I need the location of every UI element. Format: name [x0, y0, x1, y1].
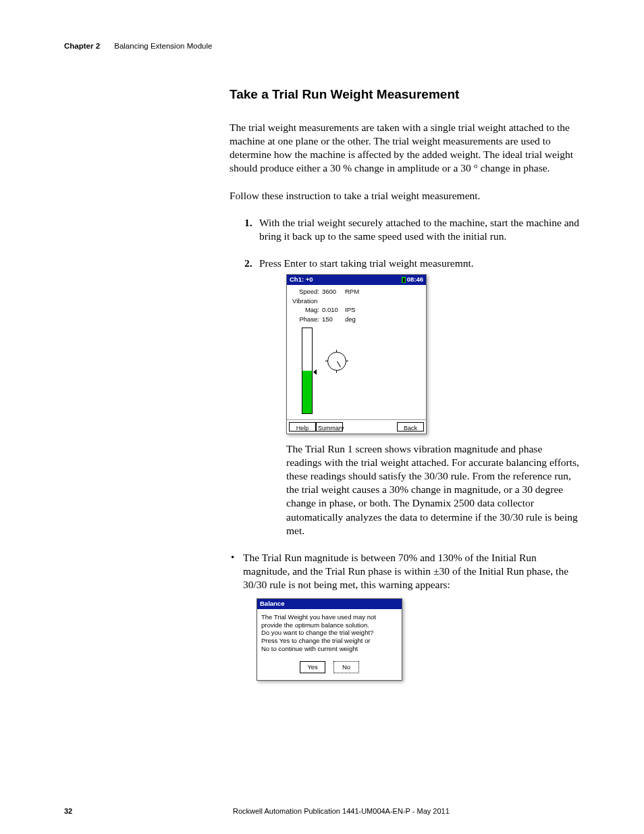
- intro-paragraph: The trial weight measurements are taken …: [230, 121, 580, 176]
- page-header: Chapter 2 Balancing Extension Module: [64, 42, 580, 50]
- document-page: Chapter 2 Balancing Extension Module Tak…: [0, 0, 644, 708]
- step-list: 1. With the trial weight securely attach…: [230, 216, 580, 538]
- chapter-label: Chapter 2: [64, 42, 100, 50]
- magnitude-bar: [302, 328, 313, 414]
- phase-label: Phase:: [291, 315, 322, 323]
- dialog-body: The Trial Weight you have used may not p…: [257, 609, 402, 654]
- readings-area: Speed: 3600 RPM Vibration Mag: 0.010 IPS…: [287, 285, 426, 419]
- follow-paragraph: Follow these instruction to take a trial…: [230, 189, 580, 203]
- bar-pointer-icon: [313, 369, 317, 375]
- step-text: Press Enter to start taking trial weight…: [259, 257, 474, 269]
- step-1: 1. With the trial weight securely attach…: [244, 216, 580, 243]
- mag-unit: IPS: [345, 306, 365, 314]
- speed-value: 3600: [322, 288, 345, 296]
- magnitude-bar-fill: [302, 371, 312, 413]
- step-2: 2. Press Enter to start taking trial wei…: [244, 257, 580, 538]
- body-content: The trial weight measurements are taken …: [230, 121, 580, 538]
- dialog-title: Balance: [260, 600, 284, 608]
- battery-icon: ▮: [402, 277, 406, 283]
- bullet-dot-icon: •: [231, 551, 234, 565]
- dialog-titlebar: Balance: [257, 599, 402, 608]
- step-number: 1.: [244, 216, 252, 230]
- bullet-item: • The Trial Run magnitude is between 70%…: [243, 551, 580, 681]
- window-titlebar: Ch1: +0 ▮08:46: [287, 275, 426, 284]
- step-number: 2.: [244, 257, 252, 270]
- mag-value: 0.010: [322, 306, 345, 314]
- trial-run-description: The Trial Run 1 screen shows vibration m…: [286, 442, 580, 538]
- page-number: 32: [64, 807, 233, 815]
- titlebar-time: ▮08:46: [402, 276, 423, 284]
- mag-label: Mag:: [291, 306, 322, 314]
- plot-area: [291, 326, 422, 417]
- phase-unit: deg: [345, 315, 365, 323]
- no-button[interactable]: No: [333, 661, 359, 673]
- phase-value: 150: [322, 315, 345, 323]
- bullet-text: The Trial Run magnitude is between 70% a…: [243, 552, 568, 590]
- help-button[interactable]: Help: [289, 422, 316, 432]
- page-footer: 32 Rockwell Automation Publication 1441-…: [64, 807, 580, 815]
- back-button[interactable]: Back: [397, 422, 424, 432]
- step-text: With the trial weight securely attached …: [259, 217, 579, 242]
- section-heading: Take a Trial Run Weight Measurement: [230, 87, 580, 102]
- summary-button[interactable]: Summary: [316, 422, 343, 432]
- phase-polar-plot: [327, 352, 346, 371]
- vibration-label: Vibration: [292, 297, 422, 305]
- titlebar-left: Ch1: +0: [290, 276, 313, 284]
- device-screenshot-trial-run: Ch1: +0 ▮08:46 Speed: 3600 RPM Vibration: [286, 274, 427, 434]
- balance-warning-dialog: Balance The Trial Weight you have used m…: [257, 598, 402, 681]
- publication-info: Rockwell Automation Publication 1441-UM0…: [233, 807, 580, 815]
- yes-button[interactable]: Yes: [300, 661, 325, 673]
- dialog-button-row: Yes No: [257, 654, 402, 680]
- chapter-title: Balancing Extension Module: [114, 42, 212, 50]
- speed-unit: RPM: [345, 288, 365, 296]
- speed-label: Speed:: [291, 288, 322, 296]
- softkey-bar: Help Summary Back: [287, 419, 426, 434]
